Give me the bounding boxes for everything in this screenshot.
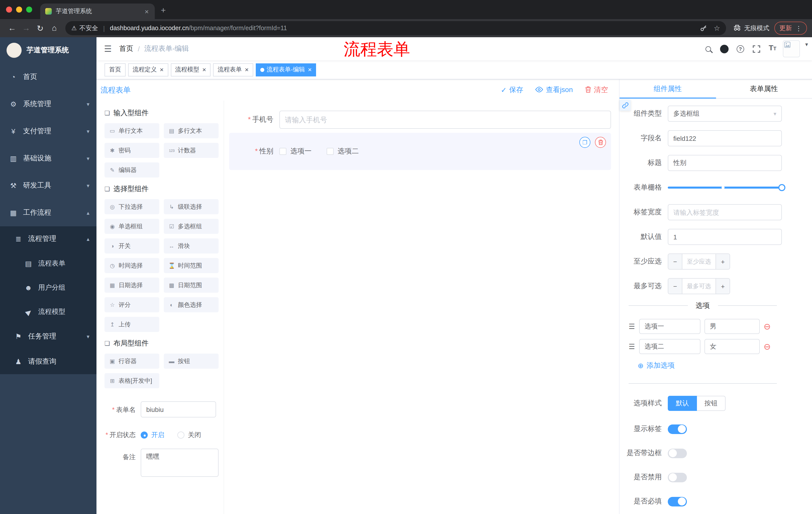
- status-radio-off[interactable]: 关闭: [177, 431, 201, 439]
- option-style-button-button[interactable]: 按钮: [697, 396, 726, 411]
- tab-process-form-edit[interactable]: 流程表单-编辑 ×: [256, 63, 316, 76]
- component-rate[interactable]: ☆评分: [105, 297, 159, 312]
- font-size-icon[interactable]: TT: [767, 43, 778, 54]
- decrease-button[interactable]: −: [668, 279, 683, 294]
- minimize-window-button[interactable]: [16, 6, 22, 12]
- component-multi-line-text[interactable]: ▤多行文本: [164, 123, 219, 138]
- checkbox-option-2[interactable]: 选项二: [327, 147, 359, 156]
- component-color-picker[interactable]: ◐颜色选择: [164, 297, 219, 312]
- phone-input[interactable]: [279, 111, 611, 129]
- required-switch[interactable]: [668, 497, 687, 506]
- password-key-icon[interactable]: [700, 25, 707, 32]
- tab-close-icon[interactable]: ×: [144, 7, 150, 15]
- component-time-picker[interactable]: ◷时间选择: [105, 258, 159, 273]
- default-value-input[interactable]: [668, 229, 782, 245]
- reload-button[interactable]: ↻: [33, 21, 47, 35]
- tab-home[interactable]: 首页: [105, 63, 126, 76]
- add-option-button[interactable]: ⊕ 添加选项: [638, 361, 782, 370]
- component-type-select[interactable]: 多选框组▾: [668, 106, 782, 122]
- sidebar-item-workflow[interactable]: ▦ 工作流程 ▴: [0, 199, 96, 226]
- max-select-value[interactable]: 最多可选: [683, 279, 716, 294]
- copy-widget-button[interactable]: ❐: [579, 137, 590, 148]
- help-icon[interactable]: ?: [735, 43, 746, 54]
- tab-process-form[interactable]: 流程表单 ×: [213, 63, 253, 76]
- github-icon[interactable]: [719, 43, 730, 54]
- sidebar-item-home[interactable]: ◔ 首页: [0, 63, 96, 90]
- browser-update-button[interactable]: 更新 ⋮: [774, 22, 807, 35]
- back-button[interactable]: ←: [5, 21, 19, 35]
- home-button[interactable]: ⌂: [47, 21, 61, 35]
- component-date-picker[interactable]: ▦日期选择: [105, 278, 159, 293]
- link-icon[interactable]: [619, 100, 631, 111]
- status-radio-on[interactable]: 开启: [141, 431, 164, 439]
- save-button[interactable]: ✓ 保存: [501, 85, 523, 94]
- fullscreen-icon[interactable]: [751, 43, 762, 54]
- component-row-container[interactable]: ▣行容器: [105, 354, 159, 369]
- delete-widget-button[interactable]: [595, 137, 606, 148]
- sidebar-item-payment-management[interactable]: ¥ 支付管理 ▾: [0, 118, 96, 145]
- kebab-menu-icon[interactable]: ⋮: [795, 24, 802, 32]
- phone-field[interactable]: 手机号: [229, 111, 611, 129]
- component-date-range[interactable]: ▩日期范围: [164, 278, 219, 293]
- show-label-switch[interactable]: [668, 424, 687, 434]
- search-icon[interactable]: [703, 43, 714, 54]
- view-json-button[interactable]: 查看json: [535, 85, 573, 94]
- component-checkbox-group[interactable]: ☑多选框组: [164, 219, 219, 234]
- component-select[interactable]: ◎下拉选择: [105, 199, 159, 214]
- component-table[interactable]: ⊞表格[开发中]: [105, 373, 159, 388]
- breadcrumb-home[interactable]: 首页: [119, 44, 134, 53]
- component-slider[interactable]: ↔滑块: [164, 238, 219, 253]
- increase-button[interactable]: +: [716, 279, 730, 294]
- sidebar-item-system-management[interactable]: ⚙ 系统管理 ▾: [0, 90, 96, 118]
- decrease-button[interactable]: −: [668, 254, 683, 269]
- tab-process-model[interactable]: 流程模型 ×: [171, 63, 210, 76]
- field-name-input[interactable]: [668, 130, 782, 146]
- component-counter[interactable]: 123计数器: [164, 143, 219, 158]
- tab-close-icon[interactable]: ×: [308, 66, 312, 74]
- label-width-input[interactable]: [668, 204, 782, 220]
- option-2-value-input[interactable]: [704, 339, 759, 354]
- checkbox-option-1[interactable]: 选项一: [279, 147, 312, 156]
- clear-button[interactable]: 清空: [585, 85, 608, 94]
- increase-button[interactable]: +: [716, 254, 730, 269]
- address-bar[interactable]: ⚠ 不安全 | dashboard.yudao.iocoder.cn/bpm/m…: [65, 21, 726, 35]
- tab-close-icon[interactable]: ×: [202, 66, 206, 74]
- component-single-line-text[interactable]: ▭单行文本: [105, 123, 159, 138]
- form-grid-slider[interactable]: [668, 180, 782, 196]
- option-1-name-input[interactable]: [639, 319, 700, 334]
- new-tab-button[interactable]: +: [161, 5, 166, 16]
- option-2-name-input[interactable]: [639, 339, 700, 354]
- hamburger-icon[interactable]: ☰: [96, 44, 119, 54]
- forward-button[interactable]: →: [19, 21, 33, 35]
- sidebar-item-leave-query[interactable]: ♟ 请假查询: [0, 349, 96, 374]
- component-editor[interactable]: ✎编辑器: [105, 162, 159, 178]
- component-button[interactable]: ▬按钮: [164, 354, 219, 369]
- option-style-default-button[interactable]: 默认: [668, 396, 697, 411]
- component-time-range[interactable]: ⌛时间范围: [164, 258, 219, 273]
- slider-handle[interactable]: [778, 184, 785, 191]
- component-switch[interactable]: ◑开关: [105, 238, 159, 253]
- tab-process-definition[interactable]: 流程定义 ×: [128, 63, 168, 76]
- gender-widget-selected[interactable]: ❐ 性别 选项一 选项二: [229, 133, 611, 170]
- sidebar-item-infrastructure[interactable]: ▥ 基础设施 ▾: [0, 145, 96, 172]
- drag-handle-icon[interactable]: ☰: [629, 322, 635, 330]
- slider-track[interactable]: [668, 187, 782, 189]
- border-switch[interactable]: [668, 449, 687, 458]
- sidebar-item-user-group[interactable]: ☻ 用户分组: [0, 276, 96, 300]
- sidebar-logo[interactable]: 芋道管理系统: [0, 37, 96, 63]
- maximize-window-button[interactable]: [26, 6, 32, 12]
- sidebar-item-process-model[interactable]: ▶ 流程模型: [0, 300, 96, 324]
- component-cascader[interactable]: ↳级联选择: [164, 199, 219, 214]
- browser-tab[interactable]: 芋道管理系统 ×: [40, 3, 155, 19]
- remove-option-icon[interactable]: ⊖: [763, 342, 771, 351]
- component-password[interactable]: ✱密码: [105, 143, 159, 158]
- disabled-switch[interactable]: [668, 472, 687, 482]
- sidebar-item-process-form[interactable]: ▤ 流程表单: [0, 251, 96, 276]
- bookmark-star-icon[interactable]: ☆: [714, 24, 720, 32]
- tab-close-icon[interactable]: ×: [245, 66, 249, 74]
- tab-component-properties[interactable]: 组件属性: [619, 79, 716, 98]
- sidebar-item-task-management[interactable]: ⚑ 任务管理 ▾: [0, 324, 96, 349]
- form-name-input[interactable]: [141, 401, 216, 417]
- title-input[interactable]: [668, 155, 782, 171]
- option-1-value-input[interactable]: [704, 319, 759, 334]
